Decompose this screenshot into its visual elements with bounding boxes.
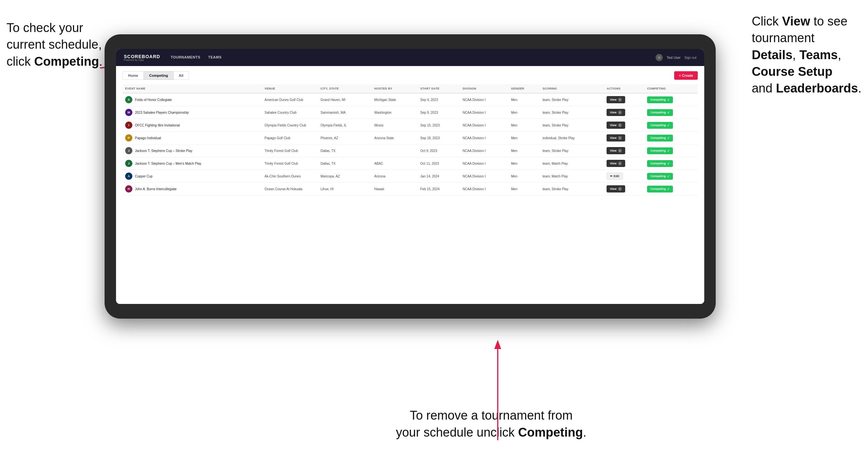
competing-cell-6: Competing ✓ <box>645 170 698 183</box>
action-cell-1: View i <box>604 106 645 119</box>
event-name: Copper Cup <box>135 175 153 178</box>
annotation-click: Click <box>752 14 782 28</box>
division-cell-1: NCAA Division I <box>460 106 508 119</box>
annotation-line1: To check your <box>6 21 83 35</box>
date-cell-2: Sep 15, 2023 <box>418 119 460 132</box>
view-button[interactable]: View i <box>607 147 625 154</box>
annotation-line3: click <box>6 55 34 68</box>
view-button[interactable]: View i <box>607 185 625 192</box>
sign-out-link[interactable]: Sign out <box>684 56 696 60</box>
division-cell-5: NCAA Division I <box>460 157 508 170</box>
event-name-cell-1: W 2023 Sahalee Players Championship <box>123 106 262 119</box>
nav-tournaments[interactable]: TOURNAMENTS <box>170 54 200 61</box>
check-icon: ✓ <box>667 98 670 102</box>
col-event-name: EVENT NAME <box>123 84 262 93</box>
event-name-cell-0: S Folds of Honor Collegiate <box>123 93 262 106</box>
col-hosted-by: HOSTED BY <box>372 84 418 93</box>
competing-cell-2: Competing ✓ <box>645 119 698 132</box>
team-logo: W <box>125 109 132 116</box>
tournaments-table-wrapper: EVENT NAME VENUE CITY, STATE HOSTED BY S… <box>123 84 698 299</box>
check-icon: ✓ <box>667 149 670 153</box>
city-cell-2: Olympia Fields, IL <box>318 119 372 132</box>
annotation-top-right: Click View to see tournament Details, Te… <box>752 13 862 97</box>
tab-competing[interactable]: Competing <box>144 71 174 80</box>
check-icon: ✓ <box>667 136 670 140</box>
annotation-bottom-competing: Competing <box>518 426 583 439</box>
tournaments-table: EVENT NAME VENUE CITY, STATE HOSTED BY S… <box>123 84 698 195</box>
city-cell-1: Sammamish, WA <box>318 106 372 119</box>
action-cell-7: View i <box>604 183 645 195</box>
annotation-competing-bold: Competing <box>34 55 99 68</box>
view-button[interactable]: View i <box>607 96 625 103</box>
edit-button[interactable]: ✏ Edit <box>607 173 623 180</box>
scoring-cell-5: team, Match Play <box>540 157 604 170</box>
annotation-bottom-line1: To remove a tournament from <box>410 408 572 422</box>
competing-badge[interactable]: Competing ✓ <box>647 147 673 154</box>
team-logo: J <box>125 160 132 167</box>
create-button[interactable]: + Create <box>674 71 698 80</box>
event-name-cell-5: J Jackson T. Stephens Cup – Men's Match … <box>123 157 262 170</box>
competing-badge[interactable]: Competing ✓ <box>647 96 673 103</box>
division-cell-4: NCAA Division I <box>460 145 508 157</box>
annotation-line2: current schedule, <box>6 38 102 51</box>
date-cell-4: Oct 9, 2023 <box>418 145 460 157</box>
view-button[interactable]: View i <box>607 134 625 142</box>
gender-cell-6: Men <box>508 170 540 183</box>
col-venue: VENUE <box>262 84 318 93</box>
action-cell-5: View i <box>604 157 645 170</box>
competing-badge[interactable]: Competing ✓ <box>647 122 673 129</box>
city-cell-6: Maricopa, AZ <box>318 170 372 183</box>
city-cell-3: Phoenix, AZ <box>318 132 372 145</box>
tab-home[interactable]: Home <box>123 71 144 80</box>
table-row: J Jackson T. Stephens Cup – Stroke Play … <box>123 145 698 157</box>
competing-badge[interactable]: Competing ✓ <box>647 160 673 167</box>
competing-cell-1: Competing ✓ <box>645 106 698 119</box>
info-icon: i <box>618 111 622 114</box>
competing-badge[interactable]: Competing ✓ <box>647 173 673 180</box>
view-button[interactable]: View i <box>607 160 625 167</box>
competing-badge[interactable]: Competing ✓ <box>647 135 673 142</box>
brand-name: SCOREBOARD <box>124 54 160 59</box>
date-cell-1: Sep 9, 2023 <box>418 106 460 119</box>
view-button[interactable]: View i <box>607 109 625 116</box>
competing-badge[interactable]: Competing ✓ <box>647 186 673 192</box>
table-row: P Papago Individual Papago Golf ClubPhoe… <box>123 132 698 145</box>
scoring-cell-2: team, Stroke Play <box>540 119 604 132</box>
table-header-row: EVENT NAME VENUE CITY, STATE HOSTED BY S… <box>123 84 698 93</box>
scoring-cell-4: team, Stroke Play <box>540 145 604 157</box>
annotation-course-setup: Course Setup <box>752 65 832 79</box>
tab-all[interactable]: All <box>174 71 189 80</box>
scoring-cell-7: team, Stroke Play <box>540 183 604 195</box>
venue-cell-1: Sahalee Country Club <box>262 106 318 119</box>
venue-cell-3: Papago Golf Club <box>262 132 318 145</box>
view-button[interactable]: View i <box>607 122 625 129</box>
event-name-cell-4: J Jackson T. Stephens Cup – Stroke Play <box>123 145 262 157</box>
date-cell-6: Jan 14, 2024 <box>418 170 460 183</box>
check-icon: ✓ <box>667 175 670 178</box>
gender-cell-5: Men <box>508 157 540 170</box>
table-row: I OFCC Fighting Illini Invitational Olym… <box>123 119 698 132</box>
competing-badge[interactable]: Competing ✓ <box>647 109 673 116</box>
event-name-cell-7: H John A. Burns Intercollegiate <box>123 183 262 195</box>
annotation-teams: Teams <box>799 48 838 62</box>
hosted-cell-6: Arizona <box>372 170 418 183</box>
action-cell-0: View i <box>604 93 645 106</box>
hosted-cell-4 <box>372 145 418 157</box>
competing-cell-7: Competing ✓ <box>645 183 698 195</box>
event-name: Jackson T. Stephens Cup – Men's Match Pl… <box>135 162 201 165</box>
annotation-to-see: to see <box>810 14 847 28</box>
scoring-cell-1: team, Stroke Play <box>540 106 604 119</box>
venue-cell-2: Olympia Fields Country Club <box>262 119 318 132</box>
city-cell-0: Grand Haven, MI <box>318 93 372 106</box>
date-cell-5: Oct 11, 2023 <box>418 157 460 170</box>
action-cell-4: View i <box>604 145 645 157</box>
event-name: Jackson T. Stephens Cup – Stroke Play <box>135 149 192 153</box>
nav-teams[interactable]: TEAMS <box>208 54 222 61</box>
event-name-cell-2: I OFCC Fighting Illini Invitational <box>123 119 262 132</box>
event-name-cell-3: P Papago Individual <box>123 132 262 145</box>
info-icon: i <box>618 149 622 153</box>
venue-cell-5: Trinity Forest Golf Club <box>262 157 318 170</box>
venue-cell-0: American Dunes Golf Club <box>262 93 318 106</box>
annotation-bottom-line2: your schedule unclick <box>396 426 518 439</box>
event-name-cell-6: A Copper Cup <box>123 170 262 183</box>
